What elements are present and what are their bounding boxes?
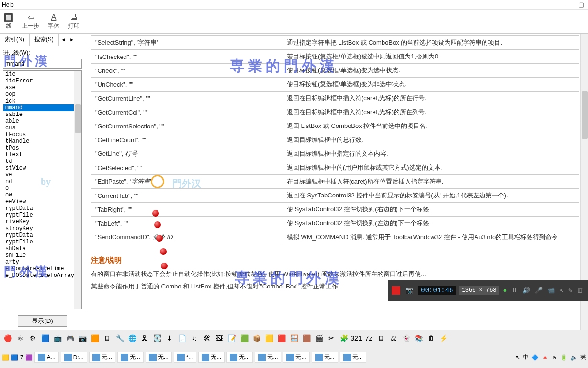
- chrome-icon[interactable]: 🔴: [3, 334, 12, 343]
- box-icon[interactable]: 📦: [252, 334, 261, 343]
- app2-icon[interactable]: 🟩: [239, 334, 249, 343]
- list-item[interactable]: ryptData: [3, 232, 81, 239]
- trash-icon[interactable]: 🗑: [576, 287, 584, 294]
- list-item[interactable]: eeView: [3, 198, 81, 205]
- back-button[interactable]: ⇦上一步: [22, 12, 39, 30]
- taskbar-item[interactable]: 无...: [117, 352, 144, 363]
- cal-icon[interactable]: 🗓: [426, 334, 436, 343]
- list-item[interactable]: nd: [3, 178, 81, 185]
- print-button[interactable]: 🖶打印: [68, 12, 79, 30]
- gear-icon[interactable]: ⚙: [28, 334, 37, 343]
- list-item[interactable]: shData: [3, 245, 81, 252]
- game-icon[interactable]: 🎮: [65, 334, 75, 343]
- pause-icon[interactable]: ⏸: [510, 287, 519, 294]
- audio-icon[interactable]: 🔊: [521, 287, 531, 294]
- list-item[interactable]: riveKey: [3, 218, 81, 225]
- scrollbar-thumb[interactable]: [582, 91, 588, 139]
- taskbar-item[interactable]: 无...: [89, 352, 115, 363]
- list-item[interactable]: oop: [3, 91, 81, 98]
- devtool-icon[interactable]: 🛠: [202, 334, 212, 343]
- app5-icon[interactable]: 🟫: [302, 334, 311, 343]
- list-item[interactable]: shFile: [3, 252, 81, 259]
- list-item[interactable]: tText: [3, 151, 81, 158]
- record-button[interactable]: [392, 286, 400, 295]
- tab-prev[interactable]: ◄: [59, 34, 68, 45]
- book-icon[interactable]: 📚: [414, 334, 423, 343]
- snd-icon[interactable]: 🔈: [570, 354, 577, 361]
- mon-icon[interactable]: 🖥: [376, 334, 386, 343]
- tab-next[interactable]: ►: [68, 34, 76, 45]
- flash-icon[interactable]: ⚡: [439, 334, 448, 343]
- list-item[interactable]: td: [3, 158, 81, 165]
- wrench-icon[interactable]: 🔧: [115, 334, 124, 343]
- index-listbox[interactable]: iteiteErroraseoopickmmandsableablecustFo…: [3, 70, 82, 309]
- taskbar-item[interactable]: A...: [34, 352, 59, 363]
- camera-icon[interactable]: 📷: [78, 334, 87, 343]
- ok-icon[interactable]: ●: [502, 287, 508, 294]
- music-icon[interactable]: ♫: [190, 334, 199, 343]
- atom-icon[interactable]: ⚛: [15, 334, 25, 343]
- list-item[interactable]: ryptData: [3, 205, 81, 212]
- camera-icon[interactable]: 📷: [403, 287, 415, 295]
- list-item[interactable]: ryptFile: [3, 239, 81, 245]
- home-button[interactable]: 🔲线: [4, 12, 13, 30]
- font-button[interactable]: A字体: [48, 12, 59, 30]
- list-item[interactable]: ick: [3, 98, 81, 104]
- list-item[interactable]: ow: [3, 192, 81, 198]
- d-icon[interactable]: 🔷: [531, 354, 539, 361]
- taskbar-item[interactable]: 无...: [312, 352, 338, 363]
- ghost-icon[interactable]: 👻: [401, 334, 411, 343]
- crop-icon[interactable]: ✂: [327, 334, 336, 343]
- list-item[interactable]: o: [3, 185, 81, 192]
- cursor-icon[interactable]: ↖: [559, 287, 565, 294]
- dl-icon[interactable]: ⬇: [165, 334, 174, 343]
- app3-icon[interactable]: 🟨: [264, 334, 274, 343]
- n321-icon[interactable]: 321: [351, 334, 361, 343]
- tab-search[interactable]: 搜索(S): [30, 34, 59, 46]
- scrollbar[interactable]: [74, 71, 81, 309]
- window-icon[interactable]: 🪟: [289, 334, 299, 343]
- list-item[interactable]: mmand: [3, 104, 81, 111]
- scrollbar-thumb[interactable]: [75, 104, 81, 133]
- pen-icon[interactable]: ✎: [567, 287, 573, 294]
- tv-icon[interactable]: 📺: [53, 334, 62, 343]
- maximize-button[interactable]: ▢: [577, 1, 586, 8]
- list-item[interactable]: cus: [3, 125, 81, 131]
- list-item[interactable]: e_DOSDateTimeToArray: [3, 272, 81, 279]
- mic-icon[interactable]: 🎤: [534, 287, 543, 294]
- app-ic[interactable]: 🟪: [25, 354, 33, 361]
- reg-icon[interactable]: 🧩: [339, 334, 349, 343]
- show-button[interactable]: 显示(D): [18, 315, 67, 327]
- tab-index[interactable]: 索引(N): [0, 34, 30, 46]
- keyword-input[interactable]: [3, 59, 82, 69]
- taskbar-item[interactable]: D:...: [61, 352, 87, 363]
- minimize-button[interactable]: —: [563, 1, 573, 8]
- list-item[interactable]: tHandle: [3, 138, 81, 145]
- list-item[interactable]: sable: [3, 111, 81, 118]
- globe-icon[interactable]: 🌐: [127, 334, 137, 343]
- image-icon[interactable]: 🖼: [215, 334, 224, 343]
- taskbar-item[interactable]: 无...: [198, 352, 225, 363]
- list-item[interactable]: tPos: [3, 145, 81, 151]
- list-item[interactable]: arty: [3, 259, 81, 265]
- taskbar-item[interactable]: 无...: [283, 352, 309, 363]
- list-item[interactable]: ve: [3, 172, 81, 178]
- taskbar-item[interactable]: 无...: [340, 352, 366, 363]
- hdd-icon[interactable]: 💽: [152, 334, 162, 343]
- sheet-icon[interactable]: 📄: [177, 334, 187, 343]
- 7z-icon[interactable]: 7z: [364, 334, 373, 343]
- lang-ind[interactable]: 英: [580, 353, 586, 361]
- list-item[interactable]: stroyKey: [3, 225, 81, 232]
- app4-icon[interactable]: 🟥: [277, 334, 286, 343]
- app-ic[interactable]: 7: [20, 354, 23, 361]
- taskbar-item[interactable]: 无...: [226, 352, 253, 363]
- nw-icon[interactable]: 🖧: [140, 334, 149, 343]
- ptr-icon[interactable]: 🖱: [552, 354, 557, 361]
- app-icon[interactable]: 🟦: [40, 334, 50, 343]
- list-item[interactable]: able: [3, 118, 81, 125]
- taskbar-item[interactable]: 无...: [146, 352, 172, 363]
- law-icon[interactable]: ⚖: [389, 334, 398, 343]
- list-item[interactable]: ryptFile: [3, 212, 81, 218]
- bat-icon[interactable]: 🔋: [560, 354, 567, 361]
- app-ic[interactable]: 🟨: [2, 354, 9, 361]
